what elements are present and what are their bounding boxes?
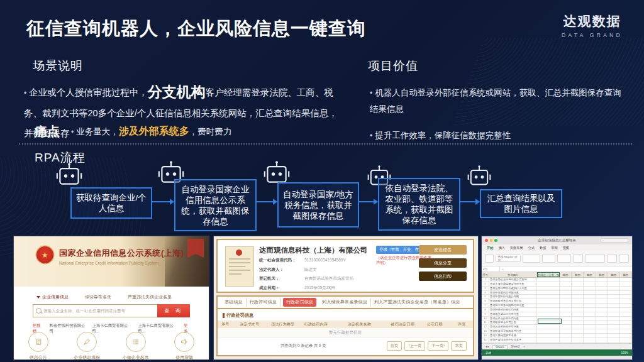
pagination-button[interactable]: ‹上一页	[404, 341, 425, 351]
table-header-cell: 行政处罚内容	[299, 322, 333, 327]
alignment-buttons[interactable]	[542, 254, 555, 263]
sum-button[interactable]	[607, 254, 617, 263]
font-style-buttons[interactable]	[523, 254, 540, 263]
grid-row[interactable]: 16查询企业司法拍卖信息	[482, 343, 632, 343]
grid-row[interactable]: 8查询环保部行政处罚信息	[482, 308, 632, 312]
footer-item-announcements[interactable]: 信息公告	[14, 332, 63, 361]
ribbon-tab[interactable]: 插入	[498, 246, 504, 250]
grid-row[interactable]: 14查询工商经营异常名录	[482, 334, 632, 338]
number-format-buttons[interactable]	[557, 254, 570, 263]
grid-row[interactable]: 12查询农业部行政许可信息	[482, 325, 632, 329]
ribbon-tab[interactable]: 数据	[540, 246, 546, 250]
ribbon-tab[interactable]: 公式	[528, 246, 535, 250]
value-item: •提升工作效率，保障征信数据完整性	[370, 128, 628, 144]
sheet-nav-arrows[interactable]: ◂ ▸	[486, 345, 489, 348]
grid-row[interactable]: 15查询严重违法失信企业名单	[482, 338, 632, 343]
grid-row[interactable]: 4查询中国裁判文书网信息	[482, 291, 632, 295]
gsxt-search-bar: 查 询	[33, 304, 190, 317]
pain-suffix: ，费时费力	[189, 127, 232, 136]
add-sheet-button[interactable]: ＋	[523, 345, 526, 348]
zoom-level[interactable]: 100%	[621, 351, 628, 354]
value-item-text: 提升工作效率，保障征信数据完整性	[375, 131, 511, 140]
column-header-cell[interactable]: 截图	[608, 272, 620, 277]
brand-logo: 达观数据 DATA GRAND	[562, 13, 623, 38]
company-action-button[interactable]: 信息打印	[419, 272, 467, 281]
grid-row[interactable]: 1查询全国企业信用信息公示系统	[482, 278, 632, 282]
pain-highlight: 涉及外部系统多	[119, 126, 189, 136]
bullet-icon: •	[24, 89, 26, 97]
table-header-cell: 决定机关名称	[333, 322, 386, 327]
detail-tab[interactable]: 列入严重违法失信企业名单（黑名单）信息	[371, 298, 464, 307]
column-header-cell[interactable]: 查询网站	[489, 272, 537, 277]
column-header-cell[interactable]: 截图	[560, 272, 572, 277]
gsxt-tab[interactable]: 严重违法失信企业名单	[128, 294, 172, 300]
formula-bar[interactable]: F22 fx	[482, 266, 632, 272]
bullet-icon: •	[370, 89, 372, 97]
search-input[interactable]	[33, 304, 157, 317]
pagination-button[interactable]: 下一页›	[428, 341, 448, 351]
value-heading: 项目价值	[368, 58, 418, 74]
company-action-button[interactable]: 信息分享	[419, 258, 467, 268]
company-action-button[interactable]: 发送报告	[419, 245, 467, 255]
column-header-cell[interactable]: 是否筛查到信息（公有、预警公示）	[537, 272, 560, 277]
caret-down-icon	[36, 296, 40, 299]
horn-icon	[174, 332, 194, 352]
footer-item-filing[interactable]: 企业信息填报	[63, 332, 112, 361]
footer-item-sme-list[interactable]: 小微企业名录	[111, 332, 160, 361]
grid-row[interactable]: 2查询上海市场监督管理局信息	[482, 282, 632, 287]
scenario-heading: 场景说明	[33, 58, 83, 74]
conditional-format-button[interactable]	[573, 254, 583, 263]
penalty-table-header: 序号决定书文号违法行为类型行政处罚内容决定机关名称处罚决定日期公示日期详情	[218, 321, 473, 328]
column-header-cell[interactable]: 序号	[482, 272, 489, 277]
grid-row[interactable]: 3查询全国法院失信被执行人信息	[482, 287, 632, 291]
ribbon-tab[interactable]: 开始	[487, 246, 493, 250]
sheet-tab[interactable]: Sheet2	[511, 345, 519, 348]
screenshot-excel: 企业征信信息汇总整理表 ⌕ 开始插入页面布局公式数据审阅视图 等线 Regula…	[482, 236, 632, 359]
grid-row[interactable]: 13查询铁道部采购黑名单信息	[482, 329, 632, 334]
detail-tab[interactable]: 行政处罚信息	[283, 298, 316, 307]
detail-tab[interactable]: 行政许可信息	[247, 298, 280, 307]
gsxt-tab[interactable]: 经营异常名录	[85, 294, 111, 300]
grid-column-headers: 序号查询网站是否筛查到信息（公有、预警公示）截图截图截图截图截图截图	[482, 272, 632, 278]
footer-item-label: 信息公告	[14, 354, 63, 361]
grid-row[interactable]: 7查询地方税务局纳税信用信息	[482, 304, 632, 308]
excel-title-bar: 企业征信信息汇总整理表 ⌕	[482, 236, 632, 244]
detail-tab[interactable]: 基础信息	[221, 298, 247, 307]
search-button[interactable]: 查 询	[157, 304, 190, 317]
ribbon-tab[interactable]: 页面布局	[510, 246, 523, 250]
cell-style-buttons[interactable]	[585, 254, 605, 263]
flow-step-1: 获取待查询企业/个人信息	[70, 187, 152, 219]
grid-row[interactable]: 9查询海关进出口信用信息	[482, 312, 632, 317]
grid-rows: 1查询全国企业信用信息公示系统 2查询上海市场监督管理局信息 3查询全国法院失信…	[482, 278, 632, 343]
column-header-cell[interactable]: 截图	[596, 272, 608, 277]
national-emblem-icon: ★	[36, 246, 53, 263]
pagination-button[interactable]: 首页	[387, 341, 402, 351]
pagination-buttons: 首页‹上一页下一页›末页	[387, 341, 467, 351]
table-header-cell: 处罚决定日期	[386, 322, 419, 327]
footer-item-help[interactable]: 使用帮助	[160, 332, 209, 361]
column-header-cell[interactable]: 截图	[620, 272, 632, 277]
excel-search-box[interactable]: ⌕	[601, 238, 628, 243]
selected-cell-outline[interactable]	[538, 319, 562, 324]
grid-row[interactable]: 5查询中国执行信息公开网	[482, 295, 632, 299]
company-detail-card: 基础信息行政许可信息行政处罚信息列入经营异常名录信息列入严重违法失信企业名单（黑…	[216, 295, 474, 356]
column-header-cell[interactable]: 截图	[584, 272, 596, 277]
pagination-button[interactable]: 末页	[451, 341, 467, 351]
dotted-divider	[19, 143, 632, 145]
gsxt-tab[interactable]: 企业信用信息	[36, 294, 69, 300]
excel-toolbar: 等线 Regular (正文)	[482, 251, 632, 266]
flow-arrow	[359, 201, 374, 202]
column-header-cell[interactable]: 截图	[572, 272, 584, 277]
detail-tab[interactable]: 列入经营异常名录信息	[319, 298, 371, 307]
grid-row[interactable]: 6查询国家税务总局欠税公告	[482, 299, 632, 304]
sheet-tab[interactable]: Sheet1	[492, 345, 508, 349]
paste-button[interactable]	[485, 254, 494, 263]
font-name-box[interactable]: 等线 Regular (正文)	[496, 255, 520, 262]
pain-point-row: 痛点 •业务量大，涉及外部系统多，费时费力	[35, 123, 231, 140]
name-box[interactable]: F22	[482, 266, 500, 272]
excel-grid[interactable]: 序号查询网站是否筛查到信息（公有、预警公示）截图截图截图截图截图截图 1查询全国…	[482, 272, 632, 343]
ribbon-tab[interactable]: 视图	[563, 246, 569, 250]
find-button[interactable]	[619, 254, 629, 263]
ribbon-tab[interactable]: 审阅	[551, 246, 557, 250]
table-header-cell: 决定书文号	[233, 322, 266, 327]
